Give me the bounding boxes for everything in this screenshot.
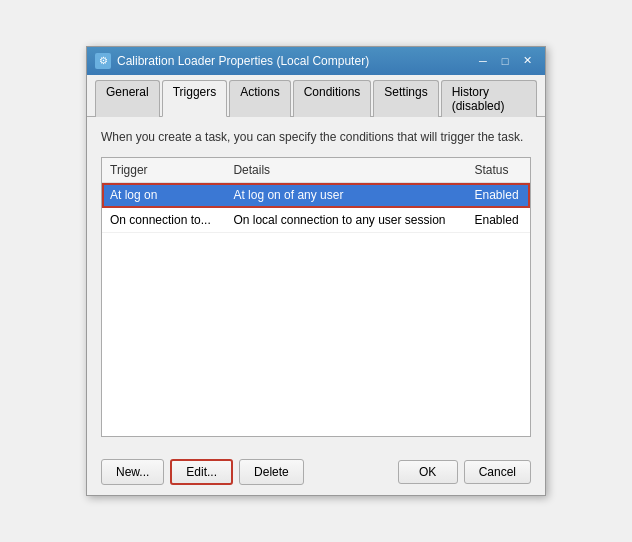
table-row[interactable]: On connection to... On local connection … — [102, 208, 530, 233]
tab-general[interactable]: General — [95, 80, 160, 117]
table-body: At log on At log on of any user Enabled … — [102, 183, 530, 233]
footer-right-buttons: OK Cancel — [398, 460, 531, 484]
ok-button[interactable]: OK — [398, 460, 458, 484]
trigger-cell: On connection to... — [102, 208, 225, 233]
tab-bar: General Triggers Actions Conditions Sett… — [87, 75, 545, 117]
tab-history[interactable]: History (disabled) — [441, 80, 537, 117]
window-title: Calibration Loader Properties (Local Com… — [117, 54, 369, 68]
edit-button[interactable]: Edit... — [170, 459, 233, 485]
close-button[interactable]: ✕ — [517, 53, 537, 69]
triggers-table-container: Trigger Details Status At log on At log … — [101, 157, 531, 437]
main-window: ⚙ Calibration Loader Properties (Local C… — [86, 46, 546, 497]
table-row[interactable]: At log on At log on of any user Enabled — [102, 183, 530, 208]
description-text: When you create a task, you can specify … — [101, 129, 531, 146]
new-button[interactable]: New... — [101, 459, 164, 485]
title-bar-left: ⚙ Calibration Loader Properties (Local C… — [95, 53, 369, 69]
details-cell: At log on of any user — [225, 183, 466, 208]
tab-conditions[interactable]: Conditions — [293, 80, 372, 117]
tab-actions[interactable]: Actions — [229, 80, 290, 117]
triggers-table: Trigger Details Status At log on At log … — [102, 158, 530, 233]
col-details: Details — [225, 158, 466, 183]
tab-content: When you create a task, you can specify … — [87, 117, 545, 450]
title-bar: ⚙ Calibration Loader Properties (Local C… — [87, 47, 545, 75]
footer-left-buttons: New... Edit... Delete — [101, 459, 304, 485]
app-icon: ⚙ — [95, 53, 111, 69]
table-header: Trigger Details Status — [102, 158, 530, 183]
col-trigger: Trigger — [102, 158, 225, 183]
maximize-button[interactable]: □ — [495, 53, 515, 69]
title-bar-buttons: ─ □ ✕ — [473, 53, 537, 69]
trigger-cell: At log on — [102, 183, 225, 208]
minimize-button[interactable]: ─ — [473, 53, 493, 69]
col-status: Status — [467, 158, 530, 183]
status-cell: Enabled — [467, 183, 530, 208]
delete-button[interactable]: Delete — [239, 459, 304, 485]
tab-settings[interactable]: Settings — [373, 80, 438, 117]
status-cell: Enabled — [467, 208, 530, 233]
footer-buttons: New... Edit... Delete OK Cancel — [87, 449, 545, 495]
cancel-button[interactable]: Cancel — [464, 460, 531, 484]
tab-triggers[interactable]: Triggers — [162, 80, 228, 117]
details-cell: On local connection to any user session — [225, 208, 466, 233]
